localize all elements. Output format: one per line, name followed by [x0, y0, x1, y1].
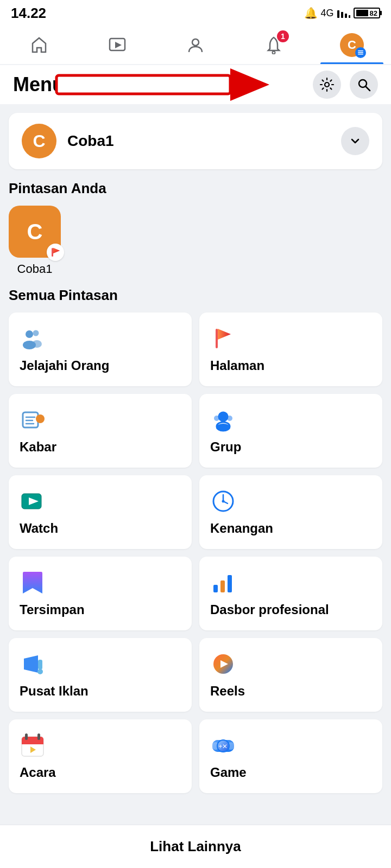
profile-name: Coba1	[67, 132, 114, 150]
flag-badge-icon	[47, 244, 64, 261]
page-header: Menu	[0, 65, 391, 104]
menu-label-grup: Grup	[210, 439, 371, 455]
menu-label-pusat-iklan: Pusat Iklan	[20, 684, 181, 699]
menu-item-kenangan[interactable]: Kenangan	[199, 475, 382, 549]
menu-label-watch: Watch	[20, 521, 181, 536]
menu-avatar: C	[340, 33, 364, 57]
svg-rect-9	[358, 52, 363, 53]
svg-line-15	[366, 87, 370, 91]
menu-item-game[interactable]: +✕ Game	[199, 719, 382, 793]
svg-point-23	[36, 414, 45, 423]
menu-label-reels: Reels	[210, 684, 371, 699]
svg-point-6	[192, 39, 199, 46]
header-actions	[313, 71, 378, 99]
search-button[interactable]	[350, 71, 378, 99]
svg-rect-11	[56, 75, 230, 94]
svg-rect-45	[38, 660, 42, 669]
flag-icon	[210, 326, 236, 352]
svg-rect-53	[37, 733, 40, 740]
svg-rect-10	[358, 54, 363, 55]
shortcut-pins: C Coba1	[9, 206, 382, 276]
svg-rect-52	[25, 733, 28, 740]
svg-point-46	[37, 669, 43, 674]
settings-button[interactable]	[313, 71, 341, 99]
svg-point-32	[227, 416, 232, 421]
nav-notifications[interactable]: 1	[235, 26, 313, 64]
svg-rect-44	[228, 575, 232, 592]
watch-icon	[20, 488, 46, 514]
nav-watch[interactable]	[78, 26, 156, 64]
wifi-icon	[337, 8, 350, 18]
svg-rect-8	[358, 50, 363, 52]
menu-badge-icon	[355, 47, 366, 58]
svg-marker-5	[115, 42, 122, 48]
status-time: 14.22	[11, 5, 46, 22]
news-icon	[20, 407, 46, 433]
people-icon	[20, 326, 46, 352]
nav-home[interactable]	[0, 26, 78, 64]
all-shortcuts-title: Semua Pintasan	[9, 287, 382, 304]
svg-rect-21	[216, 329, 218, 348]
events-icon	[20, 732, 46, 758]
svg-text:+✕: +✕	[218, 743, 228, 750]
svg-point-20	[32, 340, 42, 348]
menu-item-kabar[interactable]: Kabar	[9, 394, 192, 468]
menu-label-acara: Acara	[20, 765, 181, 780]
svg-point-33	[219, 413, 227, 420]
group-icon	[210, 407, 236, 433]
svg-point-34	[216, 424, 230, 431]
nav-bar: 1 C	[0, 26, 391, 65]
svg-point-18	[33, 330, 39, 336]
menu-item-dasbor[interactable]: Dasbor profesional	[199, 557, 382, 630]
menu-label-halaman: Halaman	[210, 358, 371, 373]
play-icon	[108, 36, 127, 54]
pin-icon-wrap: C	[9, 206, 61, 258]
svg-point-17	[26, 330, 33, 338]
svg-rect-1	[341, 12, 343, 18]
menu-item-tersimpan[interactable]: Tersimpan	[9, 557, 192, 630]
battery-icon: 82	[354, 8, 380, 18]
shortcut-pin-coba1[interactable]: C Coba1	[9, 206, 61, 276]
home-icon	[30, 36, 48, 54]
menu-item-reels[interactable]: Reels	[199, 638, 382, 712]
menu-label-dasbor: Dasbor profesional	[210, 602, 371, 617]
page-title: Menu	[13, 73, 64, 96]
notification-badge: 1	[277, 30, 289, 42]
main-content: C Coba1 Pintasan Anda C	[0, 104, 391, 854]
svg-point-7	[273, 52, 275, 54]
menu-label-game: Game	[210, 765, 371, 780]
menu-item-acara[interactable]: Acara	[9, 719, 192, 793]
dashboard-icon	[210, 570, 236, 596]
menu-item-pusat-iklan[interactable]: Pusat Iklan	[9, 638, 192, 712]
menu-item-grup[interactable]: Grup	[199, 394, 382, 468]
status-bar: 14.22 🔔 4G 82	[0, 0, 391, 26]
menu-label-tersimpan: Tersimpan	[20, 602, 181, 617]
menu-item-watch[interactable]: Watch	[9, 475, 192, 549]
svg-rect-42	[213, 585, 218, 592]
menu-item-halaman[interactable]: Halaman	[199, 312, 382, 386]
svg-rect-3	[349, 15, 350, 18]
game-icon: +✕	[210, 732, 236, 758]
svg-rect-43	[220, 580, 225, 592]
memories-icon	[210, 488, 236, 514]
menu-label-jelajahi-orang: Jelajahi Orang	[20, 358, 181, 373]
svg-rect-16	[52, 248, 53, 257]
mute-icon: 🔔	[304, 7, 318, 20]
pin-label: Coba1	[17, 262, 53, 276]
profile-dropdown-button[interactable]	[341, 127, 369, 155]
your-shortcuts-title: Pintasan Anda	[9, 180, 382, 197]
see-more-label: Lihat Lainnya	[150, 838, 241, 854]
bottom-bar[interactable]: Lihat Lainnya	[0, 825, 391, 868]
profile-card[interactable]: C Coba1	[9, 113, 382, 169]
ads-icon	[20, 651, 46, 677]
svg-point-13	[325, 82, 329, 87]
nav-menu[interactable]: C	[313, 26, 391, 64]
menu-item-jelajahi-orang[interactable]: Jelajahi Orang	[9, 312, 192, 386]
profile-left: C Coba1	[22, 124, 114, 158]
status-icons: 🔔 4G 82	[304, 7, 380, 20]
menu-label-kabar: Kabar	[20, 439, 181, 455]
svg-point-31	[214, 416, 219, 421]
arrow-annotation	[54, 66, 272, 104]
menu-grid: Jelajahi Orang Halaman	[9, 312, 382, 793]
nav-profile[interactable]	[156, 26, 235, 64]
